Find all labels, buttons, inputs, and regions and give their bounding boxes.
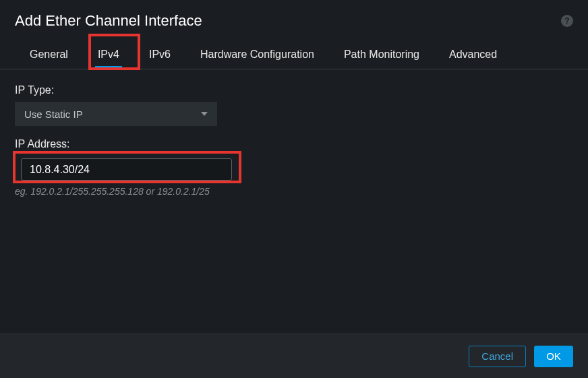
tab-ipv6[interactable]: IPv6 <box>134 39 185 69</box>
dialog-footer: Cancel OK <box>0 334 588 378</box>
tab-general[interactable]: General <box>15 39 83 69</box>
tab-label: Path Monitoring <box>344 49 419 60</box>
form-content: IP Type: Use Static IP IP Address: eg. 1… <box>0 69 588 212</box>
tab-active-indicator <box>95 66 122 69</box>
tab-label: Hardware Configuration <box>200 49 314 60</box>
tab-label: General <box>30 49 68 60</box>
help-icon[interactable]: ? <box>561 15 573 27</box>
dialog-title: Add Ether Channel Interface <box>15 12 202 30</box>
cancel-label: Cancel <box>481 350 513 362</box>
tab-path-monitoring[interactable]: Path Monitoring <box>329 39 434 69</box>
tab-advanced[interactable]: Advanced <box>434 39 512 69</box>
cancel-button[interactable]: Cancel <box>469 346 526 367</box>
ip-address-helper: eg. 192.0.2.1/255.255.255.128 or 192.0.2… <box>15 186 573 197</box>
tab-label: IPv4 <box>98 49 119 60</box>
tab-hardware-configuration[interactable]: Hardware Configuration <box>185 39 329 69</box>
ip-address-label: IP Address: <box>15 138 573 150</box>
ip-type-select-wrap: Use Static IP <box>15 102 217 126</box>
tab-bar: General IPv4 IPv6 Hardware Configuration… <box>0 39 588 69</box>
tab-ipv4[interactable]: IPv4 <box>83 39 134 69</box>
ok-button[interactable]: OK <box>534 346 573 367</box>
ip-address-input[interactable] <box>21 158 232 181</box>
ok-label: OK <box>546 350 561 362</box>
tab-label: IPv6 <box>149 49 171 60</box>
ip-type-label: IP Type: <box>15 84 573 96</box>
tab-label: Advanced <box>449 49 497 60</box>
dialog-header: Add Ether Channel Interface ? <box>0 0 588 39</box>
ip-type-select[interactable]: Use Static IP <box>15 102 217 126</box>
ip-address-input-wrap <box>15 156 239 181</box>
ip-type-value: Use Static IP <box>24 108 83 120</box>
